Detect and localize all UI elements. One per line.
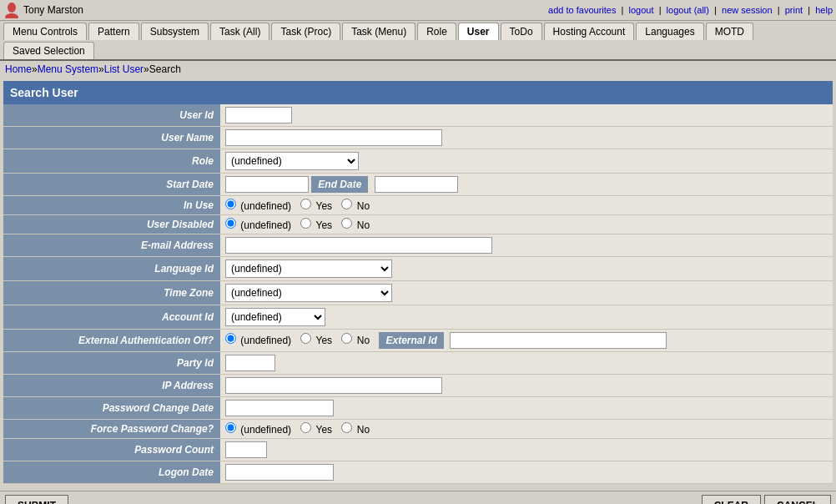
print-link[interactable]: print — [785, 5, 803, 15]
topbar-left: Tony Marston — [3, 2, 83, 18]
breadcrumb-list-user[interactable]: List User — [104, 63, 144, 75]
pwd-change-date-cell — [220, 397, 833, 420]
user-id-row: User Id — [3, 104, 833, 127]
submit-button[interactable]: SUBMIT — [5, 495, 68, 504]
party-id-row: Party Id — [3, 352, 833, 375]
logout-link[interactable]: logout — [629, 5, 654, 15]
start-date-input[interactable] — [225, 176, 309, 193]
logon-date-input[interactable] — [225, 464, 334, 481]
ext-auth-yes-label: Yes — [300, 335, 335, 346]
role-label: Role — [3, 149, 220, 174]
start-date-label: Start Date — [3, 174, 220, 196]
disabled-yes-text: Yes — [316, 219, 333, 231]
pwd-count-label: Password Count — [3, 439, 220, 461]
email-label: E-mail Address — [3, 234, 220, 257]
tab-user[interactable]: User — [458, 23, 499, 40]
party-id-input[interactable] — [225, 355, 275, 371]
user-disabled-label: User Disabled — [3, 215, 220, 234]
tab-task-menu[interactable]: Task (Menu) — [342, 23, 415, 40]
tab-pattern[interactable]: Pattern — [88, 23, 139, 40]
in-use-no-radio[interactable] — [341, 199, 352, 209]
pwd-count-cell — [220, 439, 833, 461]
date-row: Start Date End Date — [3, 174, 833, 196]
ip-address-input[interactable] — [225, 377, 442, 394]
end-date-input[interactable] — [375, 176, 458, 193]
role-cell: (undefined) — [220, 149, 833, 174]
tab-task-proc[interactable]: Task (Proc) — [271, 23, 340, 40]
tab-todo[interactable]: ToDo — [501, 23, 542, 40]
role-row: Role (undefined) — [3, 149, 833, 174]
tab-motd[interactable]: MOTD — [706, 23, 753, 40]
disabled-yes-label: Yes — [300, 219, 335, 231]
ext-auth-no-text: No — [357, 335, 370, 346]
ext-id-label-btn: External Id — [379, 332, 443, 349]
section-header: Search User — [3, 81, 833, 104]
disabled-no-radio[interactable] — [341, 218, 352, 229]
account-id-select[interactable]: (undefined) — [225, 308, 325, 326]
svg-point-1 — [5, 13, 18, 18]
user-name-cell — [220, 127, 833, 149]
disabled-yes-radio[interactable] — [300, 218, 311, 229]
in-use-yes-radio[interactable] — [300, 199, 311, 209]
disabled-undefined-radio[interactable] — [225, 218, 236, 229]
clear-button[interactable]: CLEAR — [702, 495, 761, 504]
subtab-saved-selection[interactable]: Saved Selection — [3, 42, 94, 59]
ext-auth-undefined-text: (undefined) — [240, 335, 291, 346]
search-form: User Id User Name Role (undefined) Start… — [3, 104, 833, 484]
tab-menu-controls[interactable]: Menu Controls — [3, 23, 87, 40]
ext-auth-yes-radio[interactable] — [300, 333, 311, 344]
add-to-favourites-link[interactable]: add to favourites — [548, 5, 616, 15]
ext-auth-yes-text: Yes — [316, 335, 333, 346]
in-use-cell: (undefined) Yes No — [220, 196, 833, 215]
ext-id-input[interactable] — [450, 332, 667, 349]
role-select[interactable]: (undefined) — [225, 152, 359, 170]
in-use-no-label: No — [341, 200, 370, 212]
force-pwd-yes-label: Yes — [300, 424, 335, 436]
breadcrumb-home[interactable]: Home — [5, 63, 32, 75]
ext-auth-undefined-radio[interactable] — [225, 333, 236, 344]
in-use-no-text: No — [357, 200, 370, 212]
force-pwd-label: Force Password Change? — [3, 420, 220, 439]
breadcrumb-menu-system[interactable]: Menu System — [38, 63, 98, 75]
force-pwd-undefined-text: (undefined) — [240, 424, 291, 436]
email-input[interactable] — [225, 237, 492, 254]
tab-subsystem[interactable]: Subsystem — [141, 23, 209, 40]
timezone-label: Time Zone — [3, 281, 220, 305]
user-name-row: User Name — [3, 127, 833, 149]
tab-languages[interactable]: Languages — [636, 23, 703, 40]
force-pwd-undefined-radio[interactable] — [225, 422, 236, 433]
end-date-label-btn: End Date — [311, 176, 368, 193]
tab-task-all[interactable]: Task (All) — [210, 23, 269, 40]
tab-hosting-account[interactable]: Hosting Account — [544, 23, 635, 40]
language-select[interactable]: (undefined) — [225, 260, 392, 278]
force-pwd-no-radio[interactable] — [341, 422, 352, 433]
user-name-input[interactable] — [225, 129, 442, 146]
logout-all-link[interactable]: logout (all) — [667, 5, 709, 15]
breadcrumb-current: Search — [149, 63, 181, 75]
help-link[interactable]: help — [815, 5, 833, 15]
pwd-change-date-input[interactable] — [225, 400, 334, 416]
user-id-label: User Id — [3, 104, 220, 127]
user-id-input[interactable] — [225, 107, 292, 123]
in-use-label: In Use — [3, 196, 220, 215]
user-icon — [3, 2, 20, 18]
logon-date-label: Logon Date — [3, 461, 220, 484]
date-cell: End Date — [220, 174, 833, 196]
tab-role[interactable]: Role — [417, 23, 456, 40]
disabled-no-label: No — [341, 219, 370, 231]
force-pwd-yes-radio[interactable] — [300, 422, 311, 433]
pwd-count-input[interactable] — [225, 441, 267, 458]
cancel-button[interactable]: CANCEL — [764, 495, 831, 504]
new-session-link[interactable]: new session — [722, 5, 773, 15]
language-row: Language Id (undefined) — [3, 257, 833, 281]
account-id-label: Account Id — [3, 305, 220, 330]
logon-date-cell — [220, 461, 833, 484]
timezone-select[interactable]: (undefined) — [225, 284, 392, 302]
ext-auth-no-radio[interactable] — [341, 333, 352, 344]
timezone-cell: (undefined) — [220, 281, 833, 305]
pwd-change-date-label: Password Change Date — [3, 397, 220, 420]
in-use-row: In Use (undefined) Yes No — [3, 196, 833, 215]
in-use-undefined-radio[interactable] — [225, 199, 236, 209]
timezone-row: Time Zone (undefined) — [3, 281, 833, 305]
in-use-undefined-text: (undefined) — [240, 200, 291, 212]
